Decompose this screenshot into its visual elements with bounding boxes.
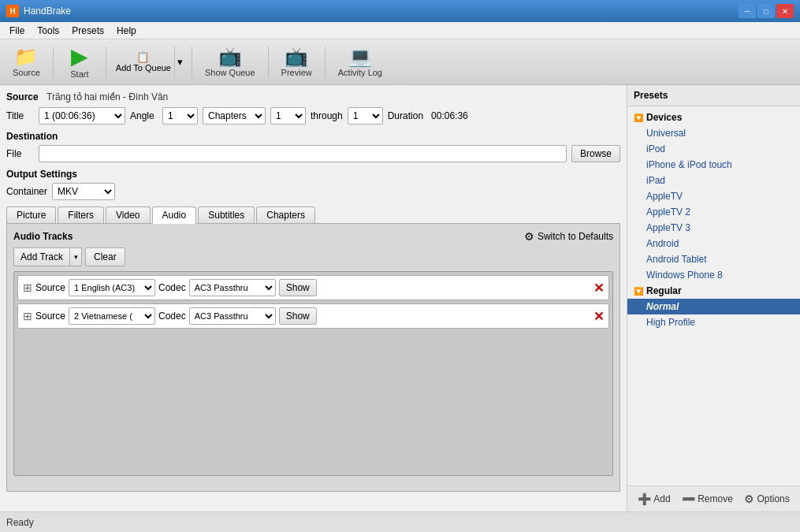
source-value: Trăng tỏ hai miền - Đình Vân (47, 91, 168, 102)
source-field-label: Source (6, 91, 42, 102)
tab-filters[interactable]: Filters (58, 206, 104, 223)
add-to-queue-button[interactable]: 📋 Add To Queue (113, 48, 174, 76)
add-to-queue-label: Add To Queue (116, 63, 171, 73)
clear-button[interactable]: Clear (85, 247, 125, 266)
preset-group-regular[interactable]: 🔽 Regular (627, 283, 800, 299)
preset-group-devices-label: Devices (646, 112, 682, 123)
menu-bar: File Tools Presets Help (0, 22, 800, 39)
start-label: Start (70, 69, 88, 79)
preset-appletv2[interactable]: AppleTV 2 (627, 204, 800, 220)
tab-chapters[interactable]: Chapters (256, 206, 315, 223)
activity-log-icon: 💻 (348, 47, 372, 66)
add-preset-button[interactable]: ➕ Add (634, 491, 673, 507)
track-source-select-2[interactable]: 2 Vietnamese ( (69, 307, 155, 325)
tab-picture[interactable]: Picture (6, 206, 56, 223)
toolbar-separator-3 (192, 47, 192, 78)
track-show-button-2[interactable]: Show (279, 307, 317, 325)
track-source-select-1[interactable]: 1 English (AC3) (69, 279, 155, 296)
start-icon: ▶ (71, 46, 88, 68)
track-codec-label-1: Codec (158, 282, 186, 293)
preset-android[interactable]: Android (627, 236, 800, 251)
file-row: File Browse (6, 145, 620, 162)
show-queue-button[interactable]: 📺 Show Queue (199, 44, 262, 80)
remove-preset-label: Remove (698, 493, 733, 504)
destination-section-label: Destination (6, 131, 620, 142)
track-codec-select-2[interactable]: AC3 Passthru (189, 307, 276, 325)
track-source-label-2: Source (35, 311, 65, 322)
through-label: through (311, 110, 343, 121)
menu-presets[interactable]: Presets (65, 24, 110, 38)
source-button[interactable]: 📁 Source (6, 44, 47, 80)
preset-group-devices[interactable]: 🔽 Devices (627, 110, 800, 125)
presets-panel: Presets 🔽 Devices Universal iPod iPhone … (627, 85, 800, 512)
preset-appletv[interactable]: AppleTV (627, 188, 800, 204)
file-input[interactable] (39, 145, 567, 162)
duration-value: 00:06:36 (431, 110, 468, 121)
minimize-button[interactable]: ─ (739, 4, 756, 18)
chapter-end-select[interactable]: 1 (348, 107, 383, 125)
activity-log-button[interactable]: 💻 Activity Log (332, 44, 389, 80)
app-icon: H (6, 5, 19, 17)
activity-log-label: Activity Log (338, 68, 382, 77)
track-row: ⊞ Source 1 English (AC3) Codec AC3 Passt… (17, 275, 609, 300)
preset-normal[interactable]: Normal (627, 299, 800, 314)
remove-preset-button[interactable]: ➖ Remove (679, 491, 736, 507)
menu-help[interactable]: Help (110, 24, 143, 38)
status-bar: Ready (0, 512, 800, 532)
browse-button[interactable]: Browse (571, 145, 620, 162)
start-button[interactable]: ▶ Start (60, 43, 99, 82)
title-select[interactable]: 1 (00:06:36) (39, 107, 125, 125)
preset-universal[interactable]: Universal (627, 125, 800, 141)
audio-controls: Add Track ▾ Clear (13, 247, 613, 266)
add-to-queue-dropdown[interactable]: ▾ (174, 47, 185, 78)
audio-tracks-label: Audio Tracks (13, 231, 73, 242)
presets-header: Presets (627, 85, 800, 106)
menu-tools[interactable]: Tools (31, 24, 65, 38)
source-label: Source (13, 68, 40, 77)
tab-video[interactable]: Video (106, 206, 150, 223)
preset-ipod[interactable]: iPod (627, 141, 800, 157)
status-text: Ready (6, 517, 34, 528)
track-remove-button-2[interactable]: ✕ (593, 309, 604, 324)
switch-defaults-button[interactable]: ⚙ Switch to Defaults (524, 230, 613, 243)
show-queue-icon: 📺 (218, 47, 242, 66)
app-title: HandBrake (24, 6, 71, 17)
preset-group-regular-label: Regular (646, 285, 682, 296)
track-codec-select-1[interactable]: AC3 Passthru (189, 279, 276, 296)
preset-windows-phone[interactable]: Windows Phone 8 (627, 267, 800, 283)
show-queue-label: Show Queue (205, 68, 255, 77)
track-remove-button-1[interactable]: ✕ (593, 281, 604, 296)
drag-handle-icon[interactable]: ⊞ (23, 281, 32, 294)
gear-icon: ⚙ (524, 230, 534, 243)
tab-audio[interactable]: Audio (152, 206, 197, 224)
container-select[interactable]: MKV MP4 (52, 183, 115, 200)
collapse-icon-regular: 🔽 (634, 287, 643, 296)
preview-icon: 📺 (285, 47, 308, 66)
close-button[interactable]: ✕ (776, 4, 794, 18)
preset-appletv3[interactable]: AppleTV 3 (627, 220, 800, 236)
menu-file[interactable]: File (3, 24, 31, 38)
add-to-queue-icon: 📋 (136, 51, 150, 63)
chapter-start-select[interactable]: 1 (270, 107, 306, 125)
options-preset-button[interactable]: ⚙ Options (741, 491, 792, 507)
audio-tab-content: Audio Tracks ⚙ Switch to Defaults Add Tr… (6, 224, 620, 492)
add-track-dropdown[interactable]: ▾ (69, 247, 82, 266)
preset-iphone-ipod-touch[interactable]: iPhone & iPod touch (627, 157, 800, 173)
track-show-button-1[interactable]: Show (279, 279, 317, 296)
toolbar-separator-5 (325, 47, 326, 78)
angle-select[interactable]: 1 (162, 107, 198, 125)
options-preset-icon: ⚙ (744, 493, 754, 505)
add-track-button[interactable]: Add Track (13, 247, 69, 266)
tab-subtitles[interactable]: Subtitles (198, 206, 255, 223)
add-track-wrapper: Add Track ▾ (13, 247, 82, 266)
maximize-button[interactable]: □ (757, 4, 775, 18)
drag-handle-icon-2[interactable]: ⊞ (23, 310, 32, 322)
preset-high-profile[interactable]: High Profile (627, 314, 800, 330)
preview-button[interactable]: 📺 Preview (275, 44, 318, 80)
preset-ipad[interactable]: iPad (627, 173, 800, 188)
main-content: Source Trăng tỏ hai miền - Đình Vân Titl… (0, 85, 800, 512)
track-codec-label-2: Codec (158, 311, 186, 322)
chapters-select[interactable]: Chapters (203, 107, 266, 125)
container-label: Container (6, 186, 47, 197)
preset-android-tablet[interactable]: Android Tablet (627, 251, 800, 267)
